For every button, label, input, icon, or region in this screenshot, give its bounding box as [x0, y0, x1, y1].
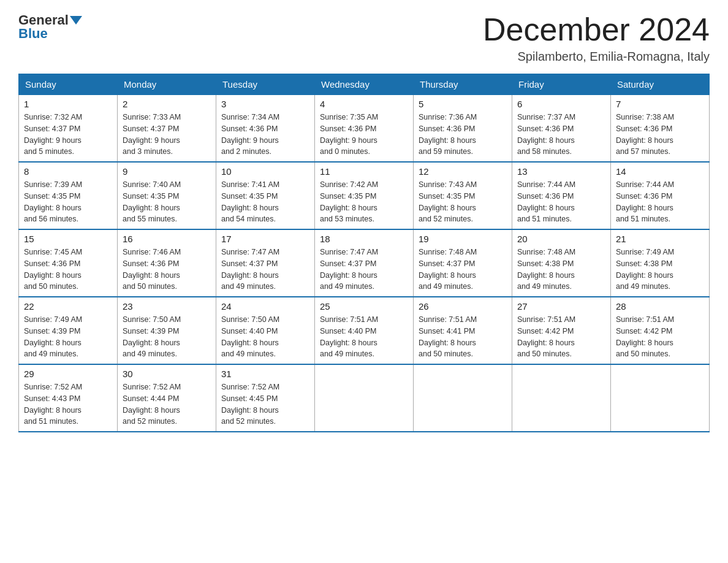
calendar-table: SundayMondayTuesdayWednesdayThursdayFrid… [18, 74, 710, 432]
day-number: 11 [320, 166, 408, 177]
day-info: Sunrise: 7:50 AMSunset: 4:39 PMDaylight:… [123, 314, 211, 360]
location-subtitle: Spilamberto, Emilia-Romagna, Italy [483, 50, 710, 64]
calendar-cell: 4Sunrise: 7:35 AMSunset: 4:36 PMDaylight… [315, 95, 414, 163]
day-number: 30 [123, 369, 211, 379]
logo-arrow-icon [70, 16, 82, 25]
calendar-cell: 16Sunrise: 7:46 AMSunset: 4:36 PMDayligh… [118, 229, 216, 297]
day-info: Sunrise: 7:43 AMSunset: 4:35 PMDaylight:… [419, 179, 507, 225]
day-number: 6 [517, 99, 605, 109]
header-thursday: Thursday [414, 74, 512, 95]
calendar-cell: 14Sunrise: 7:44 AMSunset: 4:36 PMDayligh… [611, 162, 710, 229]
calendar-cell [611, 364, 710, 432]
calendar-cell: 29Sunrise: 7:52 AMSunset: 4:43 PMDayligh… [19, 364, 118, 432]
day-info: Sunrise: 7:52 AMSunset: 4:43 PMDaylight:… [24, 381, 112, 427]
day-info: Sunrise: 7:44 AMSunset: 4:36 PMDaylight:… [517, 179, 605, 225]
calendar-cell [414, 364, 512, 432]
day-info: Sunrise: 7:49 AMSunset: 4:38 PMDaylight:… [616, 247, 704, 293]
calendar-cell: 21Sunrise: 7:49 AMSunset: 4:38 PMDayligh… [611, 229, 710, 297]
day-number: 2 [123, 99, 211, 109]
calendar-cell: 23Sunrise: 7:50 AMSunset: 4:39 PMDayligh… [118, 297, 216, 364]
day-info: Sunrise: 7:41 AMSunset: 4:35 PMDaylight:… [221, 179, 309, 225]
calendar-cell: 12Sunrise: 7:43 AMSunset: 4:35 PMDayligh… [414, 162, 512, 229]
calendar-week-4: 22Sunrise: 7:49 AMSunset: 4:39 PMDayligh… [19, 297, 710, 364]
day-number: 4 [320, 99, 408, 109]
header-monday: Monday [118, 74, 216, 95]
calendar-body: 1Sunrise: 7:32 AMSunset: 4:37 PMDaylight… [19, 95, 710, 432]
calendar-cell: 20Sunrise: 7:48 AMSunset: 4:38 PMDayligh… [512, 229, 611, 297]
page-header: General Blue December 2024 Spilamberto, … [18, 12, 710, 64]
day-info: Sunrise: 7:51 AMSunset: 4:42 PMDaylight:… [517, 314, 605, 360]
calendar-cell: 19Sunrise: 7:48 AMSunset: 4:37 PMDayligh… [414, 229, 512, 297]
day-number: 17 [221, 234, 309, 244]
calendar-cell: 27Sunrise: 7:51 AMSunset: 4:42 PMDayligh… [512, 297, 611, 364]
calendar-cell: 8Sunrise: 7:39 AMSunset: 4:35 PMDaylight… [19, 162, 118, 229]
day-number: 20 [517, 234, 605, 244]
day-info: Sunrise: 7:42 AMSunset: 4:35 PMDaylight:… [320, 179, 408, 225]
day-info: Sunrise: 7:34 AMSunset: 4:36 PMDaylight:… [221, 112, 309, 158]
calendar-cell: 31Sunrise: 7:52 AMSunset: 4:45 PMDayligh… [216, 364, 315, 432]
header-sunday: Sunday [19, 74, 118, 95]
day-number: 22 [24, 301, 112, 312]
calendar-cell: 25Sunrise: 7:51 AMSunset: 4:40 PMDayligh… [315, 297, 414, 364]
header-row: SundayMondayTuesdayWednesdayThursdayFrid… [19, 74, 710, 95]
day-number: 1 [24, 99, 112, 109]
header-wednesday: Wednesday [315, 74, 414, 95]
calendar-cell: 5Sunrise: 7:36 AMSunset: 4:36 PMDaylight… [414, 95, 512, 163]
day-info: Sunrise: 7:47 AMSunset: 4:37 PMDaylight:… [320, 247, 408, 293]
calendar-cell: 11Sunrise: 7:42 AMSunset: 4:35 PMDayligh… [315, 162, 414, 229]
day-info: Sunrise: 7:32 AMSunset: 4:37 PMDaylight:… [24, 112, 112, 158]
calendar-cell [315, 364, 414, 432]
day-number: 19 [419, 234, 507, 244]
title-block: December 2024 Spilamberto, Emilia-Romagn… [483, 12, 710, 64]
day-number: 15 [24, 234, 112, 244]
day-number: 25 [320, 301, 408, 312]
day-info: Sunrise: 7:52 AMSunset: 4:45 PMDaylight:… [221, 381, 309, 427]
day-info: Sunrise: 7:48 AMSunset: 4:38 PMDaylight:… [517, 247, 605, 293]
day-number: 5 [419, 99, 507, 109]
day-number: 21 [616, 234, 704, 244]
day-info: Sunrise: 7:46 AMSunset: 4:36 PMDaylight:… [123, 247, 211, 293]
calendar-cell: 13Sunrise: 7:44 AMSunset: 4:36 PMDayligh… [512, 162, 611, 229]
calendar-cell: 28Sunrise: 7:51 AMSunset: 4:42 PMDayligh… [611, 297, 710, 364]
day-info: Sunrise: 7:36 AMSunset: 4:36 PMDaylight:… [419, 112, 507, 158]
calendar-cell: 6Sunrise: 7:37 AMSunset: 4:36 PMDaylight… [512, 95, 611, 163]
day-number: 10 [221, 166, 309, 177]
day-number: 7 [616, 99, 704, 109]
calendar-cell: 7Sunrise: 7:38 AMSunset: 4:36 PMDaylight… [611, 95, 710, 163]
day-number: 8 [24, 166, 112, 177]
calendar-header: SundayMondayTuesdayWednesdayThursdayFrid… [19, 74, 710, 95]
calendar-week-1: 1Sunrise: 7:32 AMSunset: 4:37 PMDaylight… [19, 95, 710, 163]
day-info: Sunrise: 7:47 AMSunset: 4:37 PMDaylight:… [221, 247, 309, 293]
calendar-week-5: 29Sunrise: 7:52 AMSunset: 4:43 PMDayligh… [19, 364, 710, 432]
day-info: Sunrise: 7:33 AMSunset: 4:37 PMDaylight:… [123, 112, 211, 158]
day-number: 24 [221, 301, 309, 312]
day-info: Sunrise: 7:51 AMSunset: 4:42 PMDaylight:… [616, 314, 704, 360]
day-number: 31 [221, 369, 309, 379]
calendar-cell: 9Sunrise: 7:40 AMSunset: 4:35 PMDaylight… [118, 162, 216, 229]
day-number: 3 [221, 99, 309, 109]
day-number: 29 [24, 369, 112, 379]
logo: General Blue [18, 12, 83, 42]
month-title: December 2024 [483, 12, 710, 47]
day-info: Sunrise: 7:48 AMSunset: 4:37 PMDaylight:… [419, 247, 507, 293]
calendar-cell: 30Sunrise: 7:52 AMSunset: 4:44 PMDayligh… [118, 364, 216, 432]
day-info: Sunrise: 7:45 AMSunset: 4:36 PMDaylight:… [24, 247, 112, 293]
header-saturday: Saturday [611, 74, 710, 95]
day-number: 27 [517, 301, 605, 312]
day-number: 13 [517, 166, 605, 177]
day-info: Sunrise: 7:51 AMSunset: 4:41 PMDaylight:… [419, 314, 507, 360]
calendar-cell: 2Sunrise: 7:33 AMSunset: 4:37 PMDaylight… [118, 95, 216, 163]
calendar-cell: 18Sunrise: 7:47 AMSunset: 4:37 PMDayligh… [315, 229, 414, 297]
day-number: 28 [616, 301, 704, 312]
calendar-cell: 22Sunrise: 7:49 AMSunset: 4:39 PMDayligh… [19, 297, 118, 364]
day-info: Sunrise: 7:51 AMSunset: 4:40 PMDaylight:… [320, 314, 408, 360]
calendar-cell [512, 364, 611, 432]
calendar-cell: 1Sunrise: 7:32 AMSunset: 4:37 PMDaylight… [19, 95, 118, 163]
day-number: 23 [123, 301, 211, 312]
day-info: Sunrise: 7:52 AMSunset: 4:44 PMDaylight:… [123, 381, 211, 427]
calendar-week-3: 15Sunrise: 7:45 AMSunset: 4:36 PMDayligh… [19, 229, 710, 297]
day-number: 26 [419, 301, 507, 312]
day-info: Sunrise: 7:37 AMSunset: 4:36 PMDaylight:… [517, 112, 605, 158]
calendar-cell: 26Sunrise: 7:51 AMSunset: 4:41 PMDayligh… [414, 297, 512, 364]
day-number: 12 [419, 166, 507, 177]
